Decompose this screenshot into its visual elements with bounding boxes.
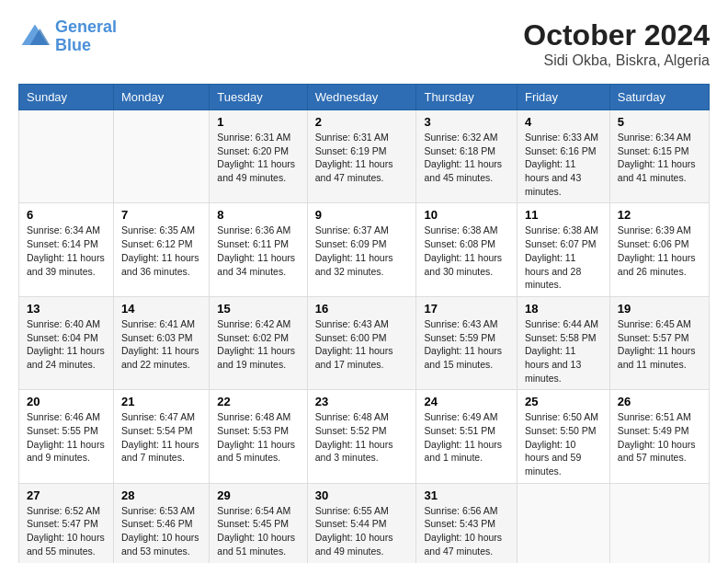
calendar-cell: 22Sunrise: 6:48 AMSunset: 5:53 PMDayligh… <box>210 390 307 483</box>
day-number: 2 <box>315 115 409 129</box>
day-info: Sunrise: 6:54 AMSunset: 5:45 PMDaylight:… <box>217 504 299 558</box>
calendar-cell <box>517 483 609 563</box>
calendar-cell: 21Sunrise: 6:47 AMSunset: 5:54 PMDayligh… <box>113 390 209 483</box>
calendar-cell: 6Sunrise: 6:34 AMSunset: 6:14 PMDaylight… <box>19 203 114 296</box>
calendar-week-row: 13Sunrise: 6:40 AMSunset: 6:04 PMDayligh… <box>19 296 710 389</box>
day-info: Sunrise: 6:56 AMSunset: 5:43 PMDaylight:… <box>424 504 509 558</box>
day-number: 19 <box>618 302 701 316</box>
calendar-cell: 13Sunrise: 6:40 AMSunset: 6:04 PMDayligh… <box>19 296 114 389</box>
calendar-cell: 30Sunrise: 6:55 AMSunset: 5:44 PMDayligh… <box>307 483 416 563</box>
day-info: Sunrise: 6:50 AMSunset: 5:50 PMDaylight:… <box>525 410 602 477</box>
day-number: 25 <box>525 395 602 408</box>
page-title: October 2024 <box>523 18 710 52</box>
calendar-cell: 16Sunrise: 6:43 AMSunset: 6:00 PMDayligh… <box>307 296 416 389</box>
calendar-cell: 18Sunrise: 6:44 AMSunset: 5:58 PMDayligh… <box>517 296 609 389</box>
day-info: Sunrise: 6:32 AMSunset: 6:18 PMDaylight:… <box>424 131 509 185</box>
day-info: Sunrise: 6:39 AMSunset: 6:06 PMDaylight:… <box>618 224 701 278</box>
header-day-wednesday: Wednesday <box>307 85 416 110</box>
header-day-monday: Monday <box>113 85 209 110</box>
day-number: 7 <box>121 208 201 222</box>
day-info: Sunrise: 6:51 AMSunset: 5:49 PMDaylight:… <box>618 410 701 465</box>
day-info: Sunrise: 6:34 AMSunset: 6:15 PMDaylight:… <box>618 131 701 185</box>
calendar-cell: 12Sunrise: 6:39 AMSunset: 6:06 PMDayligh… <box>609 203 709 296</box>
calendar-cell: 29Sunrise: 6:54 AMSunset: 5:45 PMDayligh… <box>210 483 307 563</box>
calendar-cell: 31Sunrise: 6:56 AMSunset: 5:43 PMDayligh… <box>416 483 518 563</box>
calendar-cell: 1Sunrise: 6:31 AMSunset: 6:20 PMDaylight… <box>210 110 307 203</box>
calendar-cell: 24Sunrise: 6:49 AMSunset: 5:51 PMDayligh… <box>416 390 518 483</box>
day-info: Sunrise: 6:38 AMSunset: 6:07 PMDaylight:… <box>525 224 602 291</box>
day-number: 24 <box>424 395 509 408</box>
day-info: Sunrise: 6:31 AMSunset: 6:19 PMDaylight:… <box>315 131 409 185</box>
day-number: 13 <box>27 302 106 316</box>
calendar-week-row: 27Sunrise: 6:52 AMSunset: 5:47 PMDayligh… <box>19 483 710 563</box>
day-number: 3 <box>424 115 509 129</box>
day-info: Sunrise: 6:37 AMSunset: 6:09 PMDaylight:… <box>315 224 409 278</box>
day-info: Sunrise: 6:43 AMSunset: 5:59 PMDaylight:… <box>424 317 509 372</box>
day-info: Sunrise: 6:46 AMSunset: 5:55 PMDaylight:… <box>27 410 106 465</box>
day-info: Sunrise: 6:48 AMSunset: 5:53 PMDaylight:… <box>217 410 299 465</box>
header-day-thursday: Thursday <box>416 85 518 110</box>
day-number: 29 <box>217 488 299 502</box>
title-block: October 2024 Sidi Okba, Biskra, Algeria <box>523 18 710 69</box>
logo-text: General Blue <box>55 18 117 55</box>
header: General Blue October 2024 Sidi Okba, Bis… <box>18 18 710 69</box>
calendar-cell: 2Sunrise: 6:31 AMSunset: 6:19 PMDaylight… <box>307 110 416 203</box>
calendar-cell: 27Sunrise: 6:52 AMSunset: 5:47 PMDayligh… <box>19 483 114 563</box>
day-number: 8 <box>217 208 299 222</box>
calendar-cell <box>19 110 114 203</box>
calendar-week-row: 1Sunrise: 6:31 AMSunset: 6:20 PMDaylight… <box>19 110 710 203</box>
day-number: 16 <box>315 302 409 316</box>
calendar-cell: 25Sunrise: 6:50 AMSunset: 5:50 PMDayligh… <box>517 390 609 483</box>
day-info: Sunrise: 6:47 AMSunset: 5:54 PMDaylight:… <box>121 410 201 465</box>
day-number: 30 <box>315 488 409 502</box>
day-info: Sunrise: 6:42 AMSunset: 6:02 PMDaylight:… <box>217 317 299 372</box>
day-info: Sunrise: 6:52 AMSunset: 5:47 PMDaylight:… <box>27 504 106 558</box>
day-info: Sunrise: 6:34 AMSunset: 6:14 PMDaylight:… <box>27 224 106 278</box>
calendar-cell: 11Sunrise: 6:38 AMSunset: 6:07 PMDayligh… <box>517 203 609 296</box>
header-day-sunday: Sunday <box>19 85 114 110</box>
calendar-cell: 4Sunrise: 6:33 AMSunset: 6:16 PMDaylight… <box>517 110 609 203</box>
calendar-week-row: 20Sunrise: 6:46 AMSunset: 5:55 PMDayligh… <box>19 390 710 483</box>
day-number: 22 <box>217 395 299 408</box>
day-number: 18 <box>525 302 602 316</box>
day-info: Sunrise: 6:45 AMSunset: 5:57 PMDaylight:… <box>618 317 701 372</box>
day-number: 31 <box>424 488 509 502</box>
calendar-cell: 3Sunrise: 6:32 AMSunset: 6:18 PMDaylight… <box>416 110 518 203</box>
day-info: Sunrise: 6:53 AMSunset: 5:46 PMDaylight:… <box>121 504 201 558</box>
day-number: 27 <box>27 488 106 502</box>
calendar-cell: 26Sunrise: 6:51 AMSunset: 5:49 PMDayligh… <box>609 390 709 483</box>
day-number: 23 <box>315 395 409 408</box>
day-number: 11 <box>525 208 602 222</box>
calendar-week-row: 6Sunrise: 6:34 AMSunset: 6:14 PMDaylight… <box>19 203 710 296</box>
day-number: 26 <box>618 395 701 408</box>
calendar-cell: 7Sunrise: 6:35 AMSunset: 6:12 PMDaylight… <box>113 203 209 296</box>
calendar-cell: 19Sunrise: 6:45 AMSunset: 5:57 PMDayligh… <box>609 296 709 389</box>
calendar-cell: 10Sunrise: 6:38 AMSunset: 6:08 PMDayligh… <box>416 203 518 296</box>
header-day-saturday: Saturday <box>609 85 709 110</box>
calendar-cell: 15Sunrise: 6:42 AMSunset: 6:02 PMDayligh… <box>210 296 307 389</box>
day-number: 28 <box>121 488 201 502</box>
day-number: 14 <box>121 302 201 316</box>
page-subtitle: Sidi Okba, Biskra, Algeria <box>523 52 710 69</box>
calendar-cell: 14Sunrise: 6:41 AMSunset: 6:03 PMDayligh… <box>113 296 209 389</box>
header-day-friday: Friday <box>517 85 609 110</box>
day-info: Sunrise: 6:38 AMSunset: 6:08 PMDaylight:… <box>424 224 509 278</box>
day-info: Sunrise: 6:33 AMSunset: 6:16 PMDaylight:… <box>525 131 602 198</box>
day-number: 20 <box>27 395 106 408</box>
day-number: 5 <box>618 115 701 129</box>
day-number: 4 <box>525 115 602 129</box>
header-day-tuesday: Tuesday <box>210 85 307 110</box>
calendar-cell: 17Sunrise: 6:43 AMSunset: 5:59 PMDayligh… <box>416 296 518 389</box>
day-number: 10 <box>424 208 509 222</box>
calendar-header-row: SundayMondayTuesdayWednesdayThursdayFrid… <box>19 85 710 110</box>
logo-icon <box>18 20 51 53</box>
day-info: Sunrise: 6:48 AMSunset: 5:52 PMDaylight:… <box>315 410 409 465</box>
calendar-cell: 5Sunrise: 6:34 AMSunset: 6:15 PMDaylight… <box>609 110 709 203</box>
day-number: 9 <box>315 208 409 222</box>
day-info: Sunrise: 6:44 AMSunset: 5:58 PMDaylight:… <box>525 317 602 385</box>
day-info: Sunrise: 6:36 AMSunset: 6:11 PMDaylight:… <box>217 224 299 278</box>
day-number: 21 <box>121 395 201 408</box>
calendar-cell <box>113 110 209 203</box>
day-number: 6 <box>27 208 106 222</box>
day-number: 12 <box>618 208 701 222</box>
